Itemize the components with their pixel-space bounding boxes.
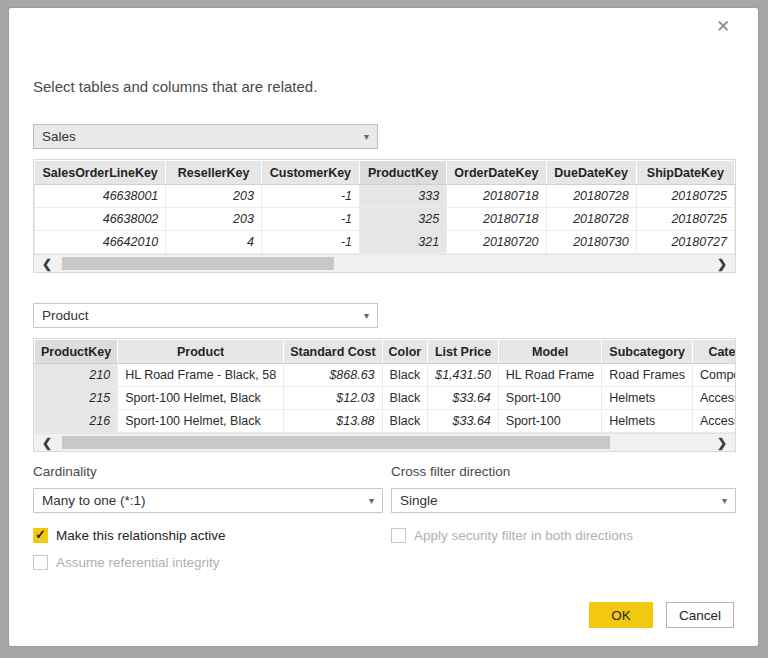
table-cell[interactable]: 20180728 bbox=[546, 185, 636, 208]
table-cell[interactable]: -1 bbox=[261, 231, 359, 254]
to-table-dropdown-value: Product bbox=[42, 308, 357, 323]
table-cell[interactable]: 20180720 bbox=[447, 231, 546, 254]
table-cell[interactable]: $13.88 bbox=[284, 410, 382, 433]
table-cell[interactable]: 325 bbox=[360, 208, 447, 231]
dialog-buttons: OK Cancel bbox=[589, 602, 734, 628]
column-header[interactable]: Model bbox=[498, 340, 601, 364]
table-cell[interactable]: Components bbox=[693, 364, 736, 387]
column-header[interactable]: ProductKey bbox=[360, 161, 447, 185]
table-cell[interactable]: Sport-100 Helmet, Black bbox=[118, 387, 284, 410]
table-cell[interactable]: 4 bbox=[166, 231, 262, 254]
table-cell[interactable]: 46638002 bbox=[35, 208, 166, 231]
table-cell[interactable]: 203 bbox=[166, 185, 262, 208]
make-active-label: Make this relationship active bbox=[56, 528, 226, 543]
referential-integrity-checkbox: Assume referential integrity bbox=[33, 553, 391, 571]
scroll-right-icon[interactable] bbox=[711, 255, 733, 273]
column-header[interactable]: Category bbox=[693, 340, 736, 364]
table-row: 46638002203-1325201807182018072820180725 bbox=[35, 208, 735, 231]
unchecked-checkbox-icon bbox=[391, 528, 406, 543]
table-cell[interactable]: 20180725 bbox=[636, 208, 734, 231]
unchecked-checkbox-icon bbox=[33, 555, 48, 570]
table-cell[interactable]: 20180728 bbox=[546, 208, 636, 231]
table-cell[interactable]: Road Frames bbox=[602, 364, 693, 387]
table-cell[interactable]: Helmets bbox=[602, 410, 693, 433]
security-filter-checkbox: Apply security filter in both directions bbox=[391, 526, 736, 544]
referential-integrity-label: Assume referential integrity bbox=[56, 555, 220, 570]
checked-checkbox-icon[interactable] bbox=[33, 528, 48, 543]
table-row: 215Sport-100 Helmet, Black$12.03Black$33… bbox=[35, 387, 737, 410]
cardinality-dropdown[interactable]: Many to one (*:1) bbox=[33, 488, 383, 513]
table-row: 466420104-1321201807202018073020180727 bbox=[35, 231, 735, 254]
table-cell[interactable]: 333 bbox=[360, 185, 447, 208]
column-header[interactable]: List Price bbox=[428, 340, 499, 364]
table-cell[interactable]: -1 bbox=[261, 185, 359, 208]
scroll-left-icon[interactable] bbox=[36, 434, 58, 452]
column-header[interactable]: Product bbox=[118, 340, 284, 364]
table-cell[interactable]: 20180718 bbox=[447, 208, 546, 231]
security-filter-label: Apply security filter in both directions bbox=[414, 528, 633, 543]
table-cell[interactable]: $12.03 bbox=[284, 387, 382, 410]
column-header[interactable]: ShipDateKey bbox=[636, 161, 734, 185]
column-header[interactable]: SalesOrderLineKey bbox=[35, 161, 166, 185]
table-cell[interactable]: -1 bbox=[261, 208, 359, 231]
table-cell[interactable]: 20180730 bbox=[546, 231, 636, 254]
chevron-down-icon bbox=[715, 495, 727, 506]
table-cell[interactable]: HL Road Frame - Black, 58 bbox=[118, 364, 284, 387]
table-cell[interactable]: Sport-100 Helmet, Black bbox=[118, 410, 284, 433]
table-cell[interactable]: Sport-100 bbox=[498, 387, 601, 410]
table-cell[interactable]: 203 bbox=[166, 208, 262, 231]
table-cell[interactable]: $33.64 bbox=[428, 387, 499, 410]
scrollbar-thumb[interactable] bbox=[62, 436, 610, 449]
chevron-down-icon bbox=[362, 495, 374, 506]
make-active-checkbox[interactable]: Make this relationship active bbox=[33, 526, 391, 544]
edit-relationship-dialog: ✕ Select tables and columns that are rel… bbox=[8, 7, 759, 647]
cardinality-value: Many to one (*:1) bbox=[42, 493, 362, 508]
scrollbar-thumb[interactable] bbox=[62, 257, 334, 270]
ok-button[interactable]: OK bbox=[589, 602, 653, 628]
column-header[interactable]: OrderDateKey bbox=[447, 161, 546, 185]
table-cell[interactable]: Accessories bbox=[693, 410, 736, 433]
table-cell[interactable]: 46638001 bbox=[35, 185, 166, 208]
table-row: 46638001203-1333201807182018072820180725 bbox=[35, 185, 735, 208]
table-cell[interactable]: 321 bbox=[360, 231, 447, 254]
table-cell[interactable]: 20180725 bbox=[636, 185, 734, 208]
table-cell[interactable]: $33.64 bbox=[428, 410, 499, 433]
checkbox-options: Make this relationship active Apply secu… bbox=[33, 526, 734, 571]
to-table-hscrollbar[interactable] bbox=[34, 433, 735, 451]
column-header[interactable]: Color bbox=[382, 340, 428, 364]
instruction-text: Select tables and columns that are relat… bbox=[33, 78, 317, 95]
table-cell[interactable]: 215 bbox=[35, 387, 118, 410]
table-cell[interactable]: 20180718 bbox=[447, 185, 546, 208]
table-cell[interactable]: 46642010 bbox=[35, 231, 166, 254]
table-cell[interactable]: Black bbox=[382, 364, 428, 387]
column-header[interactable]: Standard Cost bbox=[284, 340, 382, 364]
column-header[interactable]: CustomerKey bbox=[261, 161, 359, 185]
table-cell[interactable]: Black bbox=[382, 387, 428, 410]
table-cell[interactable]: $868.63 bbox=[284, 364, 382, 387]
table-cell[interactable]: Accessories bbox=[693, 387, 736, 410]
column-header[interactable]: Subcategory bbox=[602, 340, 693, 364]
cancel-button[interactable]: Cancel bbox=[666, 602, 734, 628]
table-cell[interactable]: 216 bbox=[35, 410, 118, 433]
table-cell[interactable]: Black bbox=[382, 410, 428, 433]
table-cell[interactable]: 20180727 bbox=[636, 231, 734, 254]
column-header[interactable]: ProductKey bbox=[35, 340, 118, 364]
from-table-dropdown[interactable]: Sales bbox=[33, 124, 378, 149]
table-cell[interactable]: 210 bbox=[35, 364, 118, 387]
to-table-dropdown[interactable]: Product bbox=[33, 303, 378, 328]
table-cell[interactable]: Helmets bbox=[602, 387, 693, 410]
table-cell[interactable]: $1,431.50 bbox=[428, 364, 499, 387]
column-header[interactable]: DueDateKey bbox=[546, 161, 636, 185]
scroll-left-icon[interactable] bbox=[36, 255, 58, 273]
options-labels: Cardinality Cross filter direction bbox=[33, 464, 734, 479]
cross-filter-value: Single bbox=[400, 493, 715, 508]
table-cell[interactable]: HL Road Frame bbox=[498, 364, 601, 387]
from-table-hscrollbar[interactable] bbox=[34, 254, 735, 272]
cross-filter-dropdown[interactable]: Single bbox=[391, 488, 736, 513]
scroll-right-icon[interactable] bbox=[711, 434, 733, 452]
table-cell[interactable]: Sport-100 bbox=[498, 410, 601, 433]
table-row: 216Sport-100 Helmet, Black$13.88Black$33… bbox=[35, 410, 737, 433]
cardinality-label: Cardinality bbox=[33, 464, 383, 479]
chevron-down-icon bbox=[357, 310, 369, 321]
column-header[interactable]: ResellerKey bbox=[166, 161, 262, 185]
